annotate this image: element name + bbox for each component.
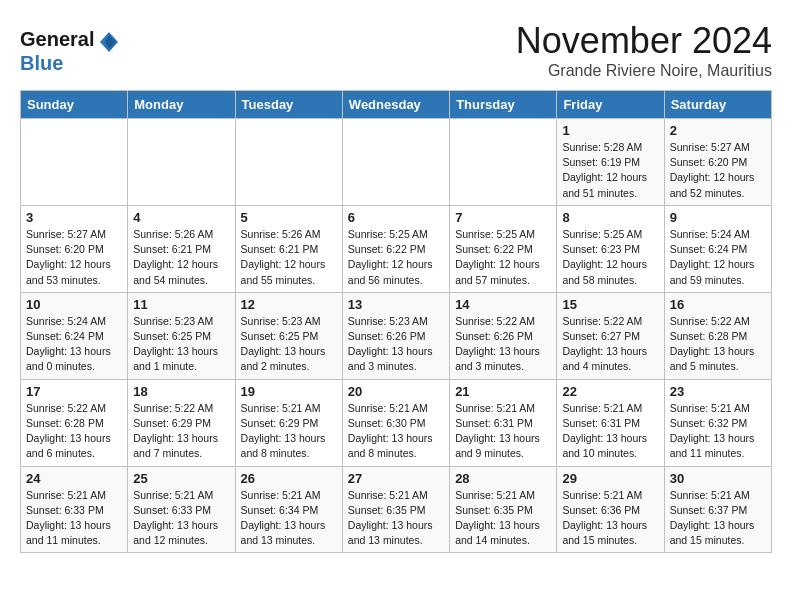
- weekday-header-row: SundayMondayTuesdayWednesdayThursdayFrid…: [21, 91, 772, 119]
- day-number: 14: [455, 297, 551, 312]
- week-row-2: 3Sunrise: 5:27 AMSunset: 6:20 PMDaylight…: [21, 205, 772, 292]
- day-number: 28: [455, 471, 551, 486]
- calendar-cell: 19Sunrise: 5:21 AMSunset: 6:29 PMDayligh…: [235, 379, 342, 466]
- day-number: 4: [133, 210, 229, 225]
- day-info: Sunrise: 5:21 AMSunset: 6:31 PMDaylight:…: [562, 401, 658, 462]
- calendar-cell: 7Sunrise: 5:25 AMSunset: 6:22 PMDaylight…: [450, 205, 557, 292]
- day-info: Sunrise: 5:21 AMSunset: 6:34 PMDaylight:…: [241, 488, 337, 549]
- logo-general: General: [20, 28, 94, 50]
- calendar-table: SundayMondayTuesdayWednesdayThursdayFrid…: [20, 90, 772, 553]
- day-info: Sunrise: 5:21 AMSunset: 6:33 PMDaylight:…: [26, 488, 122, 549]
- weekday-header-tuesday: Tuesday: [235, 91, 342, 119]
- day-info: Sunrise: 5:21 AMSunset: 6:31 PMDaylight:…: [455, 401, 551, 462]
- calendar-cell: 28Sunrise: 5:21 AMSunset: 6:35 PMDayligh…: [450, 466, 557, 553]
- day-info: Sunrise: 5:23 AMSunset: 6:26 PMDaylight:…: [348, 314, 444, 375]
- day-info: Sunrise: 5:21 AMSunset: 6:32 PMDaylight:…: [670, 401, 766, 462]
- calendar-cell: [342, 119, 449, 206]
- day-number: 8: [562, 210, 658, 225]
- calendar-cell: 29Sunrise: 5:21 AMSunset: 6:36 PMDayligh…: [557, 466, 664, 553]
- calendar-cell: 30Sunrise: 5:21 AMSunset: 6:37 PMDayligh…: [664, 466, 771, 553]
- calendar-cell: [235, 119, 342, 206]
- calendar-cell: 27Sunrise: 5:21 AMSunset: 6:35 PMDayligh…: [342, 466, 449, 553]
- day-info: Sunrise: 5:23 AMSunset: 6:25 PMDaylight:…: [133, 314, 229, 375]
- calendar-cell: [128, 119, 235, 206]
- day-number: 12: [241, 297, 337, 312]
- day-number: 11: [133, 297, 229, 312]
- day-info: Sunrise: 5:24 AMSunset: 6:24 PMDaylight:…: [26, 314, 122, 375]
- day-number: 30: [670, 471, 766, 486]
- day-info: Sunrise: 5:21 AMSunset: 6:37 PMDaylight:…: [670, 488, 766, 549]
- header: General Blue November 2024 Grande Rivier…: [20, 20, 772, 80]
- calendar-cell: 20Sunrise: 5:21 AMSunset: 6:30 PMDayligh…: [342, 379, 449, 466]
- day-number: 13: [348, 297, 444, 312]
- calendar-cell: 15Sunrise: 5:22 AMSunset: 6:27 PMDayligh…: [557, 292, 664, 379]
- weekday-header-monday: Monday: [128, 91, 235, 119]
- day-info: Sunrise: 5:26 AMSunset: 6:21 PMDaylight:…: [133, 227, 229, 288]
- calendar-cell: 23Sunrise: 5:21 AMSunset: 6:32 PMDayligh…: [664, 379, 771, 466]
- calendar-cell: 9Sunrise: 5:24 AMSunset: 6:24 PMDaylight…: [664, 205, 771, 292]
- week-row-4: 17Sunrise: 5:22 AMSunset: 6:28 PMDayligh…: [21, 379, 772, 466]
- day-number: 7: [455, 210, 551, 225]
- calendar-cell: 6Sunrise: 5:25 AMSunset: 6:22 PMDaylight…: [342, 205, 449, 292]
- week-row-3: 10Sunrise: 5:24 AMSunset: 6:24 PMDayligh…: [21, 292, 772, 379]
- calendar-cell: 5Sunrise: 5:26 AMSunset: 6:21 PMDaylight…: [235, 205, 342, 292]
- weekday-header-sunday: Sunday: [21, 91, 128, 119]
- day-info: Sunrise: 5:21 AMSunset: 6:35 PMDaylight:…: [348, 488, 444, 549]
- day-number: 22: [562, 384, 658, 399]
- day-number: 16: [670, 297, 766, 312]
- week-row-1: 1Sunrise: 5:28 AMSunset: 6:19 PMDaylight…: [21, 119, 772, 206]
- day-info: Sunrise: 5:25 AMSunset: 6:22 PMDaylight:…: [348, 227, 444, 288]
- day-info: Sunrise: 5:21 AMSunset: 6:29 PMDaylight:…: [241, 401, 337, 462]
- calendar-cell: 1Sunrise: 5:28 AMSunset: 6:19 PMDaylight…: [557, 119, 664, 206]
- day-info: Sunrise: 5:26 AMSunset: 6:21 PMDaylight:…: [241, 227, 337, 288]
- calendar-cell: 16Sunrise: 5:22 AMSunset: 6:28 PMDayligh…: [664, 292, 771, 379]
- day-number: 19: [241, 384, 337, 399]
- day-number: 2: [670, 123, 766, 138]
- title-area: November 2024 Grande Riviere Noire, Maur…: [516, 20, 772, 80]
- day-info: Sunrise: 5:21 AMSunset: 6:33 PMDaylight:…: [133, 488, 229, 549]
- day-number: 26: [241, 471, 337, 486]
- day-info: Sunrise: 5:21 AMSunset: 6:30 PMDaylight:…: [348, 401, 444, 462]
- calendar-cell: 25Sunrise: 5:21 AMSunset: 6:33 PMDayligh…: [128, 466, 235, 553]
- day-info: Sunrise: 5:22 AMSunset: 6:27 PMDaylight:…: [562, 314, 658, 375]
- day-info: Sunrise: 5:27 AMSunset: 6:20 PMDaylight:…: [670, 140, 766, 201]
- calendar-cell: 17Sunrise: 5:22 AMSunset: 6:28 PMDayligh…: [21, 379, 128, 466]
- weekday-header-wednesday: Wednesday: [342, 91, 449, 119]
- weekday-header-thursday: Thursday: [450, 91, 557, 119]
- calendar-cell: [450, 119, 557, 206]
- calendar-cell: 4Sunrise: 5:26 AMSunset: 6:21 PMDaylight…: [128, 205, 235, 292]
- calendar-cell: 2Sunrise: 5:27 AMSunset: 6:20 PMDaylight…: [664, 119, 771, 206]
- calendar-cell: 24Sunrise: 5:21 AMSunset: 6:33 PMDayligh…: [21, 466, 128, 553]
- day-info: Sunrise: 5:24 AMSunset: 6:24 PMDaylight:…: [670, 227, 766, 288]
- calendar-cell: 11Sunrise: 5:23 AMSunset: 6:25 PMDayligh…: [128, 292, 235, 379]
- logo: General Blue: [20, 28, 119, 75]
- day-number: 27: [348, 471, 444, 486]
- calendar-cell: 18Sunrise: 5:22 AMSunset: 6:29 PMDayligh…: [128, 379, 235, 466]
- day-number: 21: [455, 384, 551, 399]
- calendar-cell: 21Sunrise: 5:21 AMSunset: 6:31 PMDayligh…: [450, 379, 557, 466]
- day-info: Sunrise: 5:22 AMSunset: 6:29 PMDaylight:…: [133, 401, 229, 462]
- calendar-cell: 22Sunrise: 5:21 AMSunset: 6:31 PMDayligh…: [557, 379, 664, 466]
- logo-blue: Blue: [20, 52, 63, 74]
- day-number: 17: [26, 384, 122, 399]
- weekday-header-friday: Friday: [557, 91, 664, 119]
- day-number: 15: [562, 297, 658, 312]
- day-number: 18: [133, 384, 229, 399]
- calendar-cell: 12Sunrise: 5:23 AMSunset: 6:25 PMDayligh…: [235, 292, 342, 379]
- calendar-cell: 14Sunrise: 5:22 AMSunset: 6:26 PMDayligh…: [450, 292, 557, 379]
- day-info: Sunrise: 5:28 AMSunset: 6:19 PMDaylight:…: [562, 140, 658, 201]
- calendar-cell: [21, 119, 128, 206]
- calendar-cell: 13Sunrise: 5:23 AMSunset: 6:26 PMDayligh…: [342, 292, 449, 379]
- calendar-cell: 10Sunrise: 5:24 AMSunset: 6:24 PMDayligh…: [21, 292, 128, 379]
- day-info: Sunrise: 5:25 AMSunset: 6:22 PMDaylight:…: [455, 227, 551, 288]
- calendar-cell: 26Sunrise: 5:21 AMSunset: 6:34 PMDayligh…: [235, 466, 342, 553]
- day-info: Sunrise: 5:22 AMSunset: 6:28 PMDaylight:…: [670, 314, 766, 375]
- day-info: Sunrise: 5:25 AMSunset: 6:23 PMDaylight:…: [562, 227, 658, 288]
- month-title: November 2024: [516, 20, 772, 62]
- logo-text: General Blue: [20, 28, 119, 75]
- week-row-5: 24Sunrise: 5:21 AMSunset: 6:33 PMDayligh…: [21, 466, 772, 553]
- day-number: 25: [133, 471, 229, 486]
- calendar-cell: 8Sunrise: 5:25 AMSunset: 6:23 PMDaylight…: [557, 205, 664, 292]
- day-number: 29: [562, 471, 658, 486]
- day-number: 9: [670, 210, 766, 225]
